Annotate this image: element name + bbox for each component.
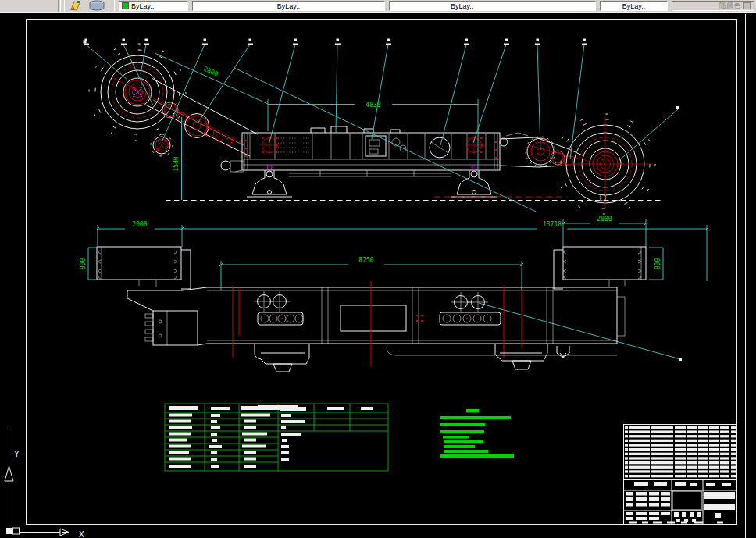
note-bar <box>444 440 483 443</box>
body-hub-left <box>260 136 279 155</box>
dim-text-800-left: 800 <box>80 258 87 270</box>
ucs-icon: Y X <box>5 426 84 538</box>
note-bar <box>440 416 511 419</box>
notes-block <box>440 409 514 458</box>
support-jack-left <box>247 165 292 197</box>
balloon-leaders <box>86 45 680 359</box>
left-cutting-drum <box>89 44 242 143</box>
motor-block <box>153 311 198 345</box>
note-bar <box>440 430 484 433</box>
body-panel-lines <box>250 134 486 159</box>
note-bar <box>443 436 469 439</box>
dim-text-2000-left: 2000 <box>132 221 147 228</box>
ucs-y-label: Y <box>14 449 20 459</box>
dim-text-2000-right: 2000 <box>597 216 612 223</box>
balloon-markers <box>84 39 587 45</box>
dim-text-13718: 13718 <box>543 221 562 228</box>
gearbox-cover <box>341 305 406 331</box>
title-block-left-grid <box>626 492 670 520</box>
plan-body <box>127 281 625 372</box>
dim-line-800-left <box>88 248 97 280</box>
body-hub-right <box>465 136 483 155</box>
hatch-ticks <box>98 251 101 279</box>
hole-strip-right <box>440 312 501 325</box>
small-gear-wheel <box>151 134 173 156</box>
perforated-panel <box>278 138 309 152</box>
ucs-x-label: X <box>79 529 84 538</box>
ucs-origin <box>6 528 12 534</box>
ucs-x-arrow <box>60 529 69 536</box>
note-bar <box>466 409 479 413</box>
drawing-canvas[interactable]: 2800 4830 1540 <box>0 0 756 538</box>
title-block-label-row <box>634 482 731 486</box>
support-jack-right <box>451 165 497 197</box>
gear-train-left <box>164 104 232 144</box>
underframe-rails <box>289 170 451 176</box>
right-cutting-drum <box>555 114 655 214</box>
dim-line-2000-right <box>562 219 647 247</box>
plan-shoes <box>255 297 625 372</box>
plan-view: 2000 13718 2000 8250 800 800 <box>80 216 708 372</box>
note-bar <box>440 454 514 458</box>
dim-line-4830 <box>268 99 478 175</box>
body-top-vents <box>311 126 400 133</box>
note-bar <box>444 445 475 448</box>
hole-strip-left <box>258 312 303 325</box>
dim-text-1540: 1540 <box>173 156 180 171</box>
dim-line-13718 <box>98 225 707 281</box>
machine-body <box>242 126 500 176</box>
title-block <box>623 425 737 525</box>
side-view-dimensions: 2800 4830 1540 <box>155 53 478 200</box>
section-lines <box>233 286 522 358</box>
left-skid-bracket <box>221 161 244 172</box>
cowl-left <box>97 247 191 289</box>
parts-list-column-gaps <box>628 426 731 478</box>
ranging-arm-right <box>500 133 594 167</box>
dim-text-8250: 8250 <box>358 257 373 264</box>
spec-table-text-blobs <box>169 405 373 468</box>
note-bar <box>444 450 488 453</box>
dim-text-4830: 4830 <box>366 102 380 109</box>
dim-text-800-right: 800 <box>654 258 662 270</box>
spec-table <box>165 404 388 471</box>
side-elevation-view <box>89 44 662 214</box>
cad-application-window: ByLay.. ByLay.. ByLay.. ByLay.. 随颜色 <box>0 0 756 538</box>
drawing-title-cell <box>672 491 701 510</box>
body-flanges <box>244 134 497 169</box>
drawing-number-bars <box>704 492 735 510</box>
cowl-right <box>554 247 646 289</box>
note-bar <box>440 423 485 426</box>
panel-joints <box>322 287 553 344</box>
